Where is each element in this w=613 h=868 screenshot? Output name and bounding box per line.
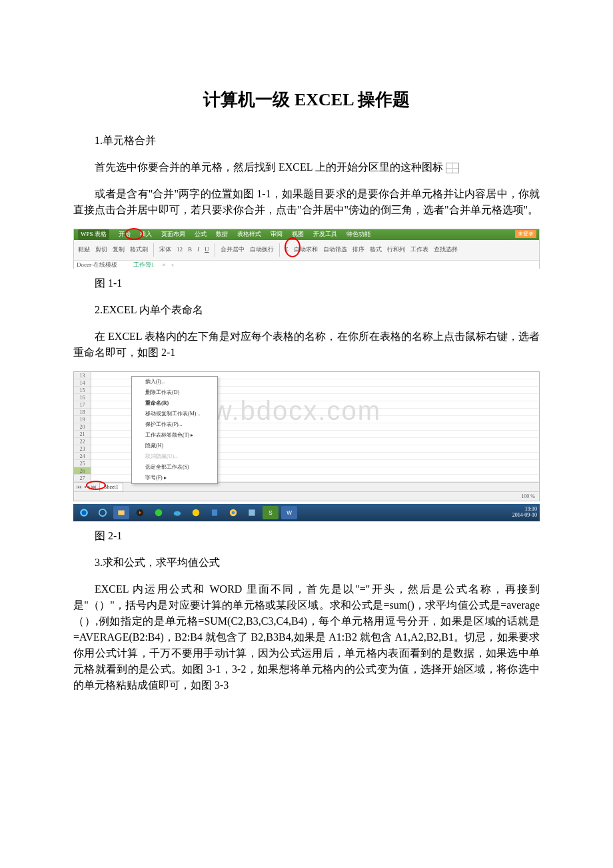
divider [153,243,154,257]
menu-item[interactable]: 选定全部工作表(S) [132,462,217,473]
find-label[interactable]: 查找选择 [434,245,458,255]
ribbon-toolbar: 粘贴 剪切 复制 格式刷 宋体 12 B I U 合并居中 自动换行 Σ 自动求… [74,240,539,260]
row-headers: 131415161718192021222324252627 [74,372,91,482]
row-header[interactable]: 15 [74,387,91,394]
ie-icon[interactable] [95,506,111,519]
row-header[interactable]: 18 [74,409,91,416]
menu-item[interactable]: 工作表标签颜色(T) ▸ [132,430,217,441]
menu-item[interactable]: 删除工作表(D) [132,387,217,398]
merge-cells-icon [446,163,459,173]
worksheet-label[interactable]: 工作表 [410,245,428,255]
zoom-level[interactable]: 100 % [521,493,535,499]
section1-p1: 首先选中你要合并的单元格，然后找到 EXCEL 上的开始分区里的这种图标 [73,159,540,175]
figure-2-1: 131415161718192021222324252627 www.bdocx… [73,371,540,501]
format-brush-button[interactable]: 格式刷 [130,245,148,255]
media-icon[interactable] [132,506,148,519]
wps-w-icon[interactable]: W [281,506,297,519]
svg-rect-9 [212,509,217,515]
ribbon-tabs: WPS 表格 开始 插入 页面布局 公式 数据 表格样式 审阅 视图 开发工具 … [74,229,539,240]
menu-item[interactable]: 移动或复制工作表(M)... [132,409,217,419]
section3-p1: EXCEL 内运用公式和 WORD 里面不同，首先是以"="开头，然后是公式名称… [73,581,540,693]
menu-item[interactable]: 插入(I)... [132,377,217,387]
rowcol-label[interactable]: 行和列 [387,245,405,255]
autofilter-label[interactable]: 自动筛选 [323,245,347,255]
cells-area: www.bdocx.com 插入(I)...删除工作表(D)重命名(R)移动或复… [91,372,539,482]
row-header[interactable]: 19 [74,416,91,423]
divider [279,243,280,257]
menu-item[interactable]: 重命名(R) [132,398,217,409]
wrap-button[interactable]: 自动换行 [250,245,274,255]
app-icon-2[interactable] [188,506,204,519]
add-tab-icon[interactable]: + [171,261,174,270]
highlight-merge-button [285,237,301,257]
workbook-tab[interactable]: 工作簿1 [133,261,155,270]
status-bar: 100 % [74,491,539,501]
cloud-icon[interactable] [169,506,185,519]
bold-button[interactable]: B [188,245,192,255]
row-header[interactable]: 22 [74,438,91,445]
row-header[interactable]: 25 [74,460,91,467]
section2-heading: 2.EXCEL 内单个表命名 [73,302,540,318]
row-header[interactable]: 20 [74,423,91,431]
svg-point-6 [155,509,163,517]
writer-icon[interactable] [207,506,223,519]
row-header[interactable]: 23 [74,445,91,453]
tab-tablestyle[interactable]: 表格样式 [237,230,261,239]
underline-button[interactable]: U [205,245,209,255]
tab-data[interactable]: 数据 [216,230,228,239]
menu-item: 取消隐藏(U)... [132,451,217,462]
row-header[interactable]: 16 [74,394,91,401]
merge-center-button[interactable]: 合并居中 [221,245,245,255]
app-badge: WPS 表格 [78,229,109,240]
svg-point-8 [193,509,200,517]
svg-rect-12 [249,509,255,515]
highlight-start-tab [125,228,143,240]
tab-dev[interactable]: 开发工具 [313,230,337,239]
menu-item[interactable]: 字号(F) ▸ [132,473,217,483]
tab-layout[interactable]: 页面布局 [161,230,185,239]
menu-item[interactable]: 保护工作表(P)... [132,419,217,430]
row-header[interactable]: 24 [74,453,91,460]
paste-button[interactable]: 粘贴 [78,245,90,255]
cut-button[interactable]: 剪切 [95,245,107,255]
sort-label[interactable]: 排序 [352,245,364,255]
svg-point-2 [99,509,107,517]
close-icon[interactable]: × [162,261,165,270]
wps-s-icon[interactable]: S [263,506,279,519]
docer-label[interactable]: Docer-在线模板 [77,261,117,270]
start-button[interactable] [76,506,92,519]
copy-button[interactable]: 复制 [113,245,125,255]
italic-button[interactable]: I [197,245,199,255]
tab-special[interactable]: 特色功能 [346,230,370,239]
app-icon-3[interactable] [244,506,260,519]
svg-point-7 [174,511,181,516]
row-header[interactable]: 21 [74,431,91,438]
menu-item[interactable]: 隐藏(H) [132,441,217,451]
context-menu: 插入(I)...删除工作表(D)重命名(R)移动或复制工作表(M)...保护工作… [131,376,218,484]
section1-p1-text: 首先选中你要合并的单元格，然后找到 EXCEL 上的开始分区里的这种图标 [95,161,443,173]
section1-heading: 1.单元格合并 [73,133,540,149]
format-label[interactable]: 格式 [370,245,382,255]
app-icon-1[interactable] [151,506,167,519]
font-size[interactable]: 12 [177,245,183,255]
row-header[interactable]: 14 [74,379,91,387]
row-header[interactable]: 26 [74,467,91,475]
row-header[interactable]: 17 [74,401,91,409]
row-header[interactable]: 13 [74,372,91,379]
svg-point-1 [82,511,87,515]
chrome-icon[interactable] [225,506,241,519]
ribbon-docs-bar: Docer-在线模板 工作簿1 × + [74,260,539,269]
highlight-sheet-tab [86,481,106,490]
section1-p2: 或者是含有"合并"两字的位置如图 1-1，如果题目要求的是要你合并单元格并让内容… [73,186,540,218]
section3-heading: 3.求和公式，求平均值公式 [73,555,540,571]
tab-formula[interactable]: 公式 [195,230,207,239]
tab-review[interactable]: 审阅 [271,230,283,239]
row-header[interactable]: 27 [74,475,91,482]
font-name[interactable]: 宋体 [159,245,171,255]
divider [215,243,215,257]
login-badge[interactable]: 未登录 [515,230,536,238]
taskbar: S W 19:10 2014-09-10 [73,504,540,521]
explorer-icon[interactable] [113,506,129,519]
svg-text:S: S [269,510,273,516]
figure-2-1-caption: 图 2-1 [73,528,540,544]
